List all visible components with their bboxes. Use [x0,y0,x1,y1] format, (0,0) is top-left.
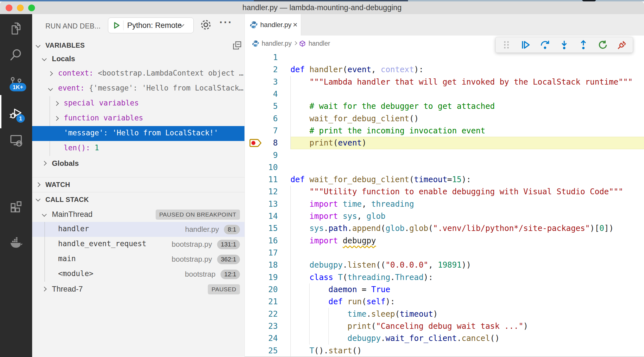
activity-item-explorer[interactable] [0,20,32,37]
code-line-content[interactable] [290,88,644,100]
code-line[interactable]: 21 def run(self): [245,296,644,308]
code-line[interactable]: 1 [245,51,644,63]
thread-row[interactable]: Thread-7PAUSED [32,282,244,297]
code-line-content[interactable]: print("Canceling debug wait task ...") [290,320,644,332]
debug-continue-button[interactable] [521,40,531,50]
stack-frame-row[interactable]: <module>bootstrap12:1 [32,267,244,282]
variable-row[interactable]: special variables [32,96,244,111]
variable-row[interactable]: function variables [32,111,244,126]
activity-item-source-control[interactable]: 1K+ [0,74,32,91]
code-line-content[interactable]: # print the incoming invocation event [290,125,644,137]
thread-row[interactable]: MainThreadPAUSED ON BREAKPOINT [32,207,244,222]
code-line-content[interactable]: import sys, glob [290,210,644,222]
debug-step-over-button[interactable] [540,40,550,50]
code-line-content[interactable] [290,247,644,259]
more-actions-icon[interactable]: ··· [219,16,233,28]
code-line-content[interactable]: import debugpy [290,235,644,247]
code-line-content[interactable]: def wait_for_debug_client(timeout=15): [290,173,644,186]
code-line-content[interactable]: class T(threading.Thread): [290,271,644,283]
editor-gutter[interactable]: 3 [245,76,290,88]
code-line[interactable]: 19 class T(threading.Thread): [245,271,644,283]
editor-gutter[interactable]: 20 [245,283,290,296]
editor-gutter[interactable]: 5 [245,100,290,112]
variable-row[interactable]: len(): 1 [32,141,244,156]
stack-frame-row[interactable]: handlerhandler.py8:1 [32,222,244,237]
code-line[interactable]: 23 print("Canceling debug wait task ..."… [245,320,644,332]
editor-gutter[interactable]: 1 [245,51,290,63]
collapse-all-icon[interactable] [233,41,242,50]
code-line[interactable]: 14 import sys, glob [245,210,644,222]
code-line-content[interactable]: wait_for_debug_client() [290,113,644,125]
code-line-content[interactable]: daemon = True [290,283,644,296]
activity-item-remote-explorer[interactable] [0,132,32,149]
debug-disconnect-button[interactable] [617,40,627,50]
code-line[interactable]: 6 wait_for_debug_client() [245,113,644,125]
variable-row[interactable]: context: <bootstrap.LambdaContext object… [32,66,244,81]
call-stack-section-header[interactable]: CALL STACK [32,192,244,207]
breadcrumb-file[interactable]: handler.py [262,40,292,47]
editor-gutter[interactable]: 23 [245,320,290,332]
code-line[interactable]: 22 time.sleep(timeout) [245,308,644,320]
code-line[interactable]: 17 [245,247,644,259]
debug-step-into-button[interactable] [559,40,569,50]
editor-gutter[interactable]: 17 [245,247,290,259]
code-line-content[interactable]: # wait for the debugger to get attached [290,100,644,112]
breadcrumb-symbol[interactable]: handler [308,40,330,47]
editor-gutter[interactable]: 8 [245,137,290,149]
close-tab-icon[interactable]: × [293,21,297,29]
code-line-content[interactable] [290,149,644,161]
editor-gutter[interactable]: 14 [245,210,290,222]
editor-gutter[interactable]: 25 [245,345,290,357]
drag-handle-icon[interactable] [501,40,511,50]
breakpoint-current-line-icon[interactable] [249,138,262,148]
code-line-content[interactable]: debugpy.listen(("0.0.0.0", 19891)) [290,259,644,271]
variable-row[interactable]: event: {'message': 'Hello from LocalStac… [32,81,244,96]
editor-gutter[interactable]: 21 [245,296,290,308]
code-line[interactable]: 24 debugpy.wait_for_client.cancel() [245,332,644,344]
code-line-content[interactable] [290,161,644,173]
code-line[interactable]: 12 """Utility function to enable debuggi… [245,186,644,198]
variable-row[interactable]: Globals [32,156,244,171]
code-line[interactable]: 25 T().start() [245,345,644,357]
editor-gutter[interactable]: 6 [245,113,290,125]
activity-item-docker[interactable] [0,234,32,251]
code-line-content[interactable]: sys.path.append(glob.glob(".venv/lib/pyt… [290,222,644,234]
variables-section-header[interactable]: VARIABLES [32,39,244,51]
code-line[interactable]: 7 # print the incoming invocation event [245,125,644,137]
stack-frame-row[interactable]: mainbootstrap.py362:1 [32,252,244,267]
activity-item-search[interactable] [0,46,32,63]
editor-gutter[interactable]: 9 [245,149,290,161]
code-line[interactable]: 18 debugpy.listen(("0.0.0.0", 19891)) [245,259,644,271]
editor-gutter[interactable]: 7 [245,125,290,137]
code-line[interactable]: 10 [245,161,644,173]
code-line[interactable]: 8 print(event) [245,137,644,149]
start-debugging-icon[interactable] [112,21,121,30]
activity-item-extensions[interactable] [0,199,32,215]
editor-gutter[interactable]: 15 [245,222,290,234]
editor-gutter[interactable]: 19 [245,271,290,283]
watch-section-header[interactable]: WATCH [32,177,244,192]
code-line[interactable]: 16 import debugpy [245,235,644,247]
code-line-content[interactable]: time.sleep(timeout) [290,308,644,320]
code-line[interactable]: 15 sys.path.append(glob.glob(".venv/lib/… [245,222,644,234]
code-line[interactable]: 4 [245,88,644,100]
code-line-content[interactable]: T().start() [290,345,644,357]
code-line[interactable]: 11def wait_for_debug_client(timeout=15): [245,173,644,186]
editor-gutter[interactable]: 10 [245,161,290,173]
editor-gutter[interactable]: 16 [245,235,290,247]
editor-gutter[interactable]: 24 [245,332,290,344]
editor-gutter[interactable]: 13 [245,198,290,210]
code-line-content[interactable]: print(event) [290,137,644,149]
editor-gutter[interactable]: 12 [245,186,290,198]
variable-row[interactable]: 'message': 'Hello from LocalStack!' [32,126,244,141]
activity-item-run-and-debug[interactable]: 1 [0,105,32,122]
code-line-content[interactable] [290,51,644,63]
code-line[interactable]: 20 daemon = True [245,283,644,296]
code-line-content[interactable]: debugpy.wait_for_client.cancel() [290,332,644,344]
code-line-content[interactable]: import time, threading [290,198,644,210]
code-line-content[interactable]: """Lambda handler that will get invoked … [290,76,644,88]
code-line[interactable]: 13 import time, threading [245,198,644,210]
debug-restart-button[interactable] [598,40,608,50]
settings-gear-icon[interactable] [200,19,212,31]
launch-config-dropdown[interactable]: Python: Remote [108,17,194,33]
